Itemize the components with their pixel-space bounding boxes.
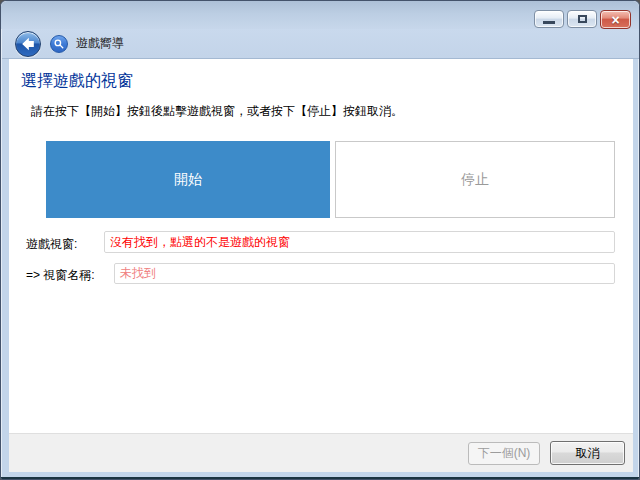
title-bar[interactable]: × xyxy=(1,1,639,29)
close-button[interactable]: × xyxy=(600,10,631,29)
start-button[interactable]: 開始 xyxy=(46,141,330,218)
cancel-button[interactable]: 取消 xyxy=(550,441,625,465)
magnifier-icon xyxy=(50,35,68,53)
back-arrow-icon xyxy=(18,34,38,54)
window-controls: × xyxy=(534,10,631,29)
game-window-field[interactable]: 沒有找到，點選的不是遊戲的視窗 xyxy=(104,231,615,253)
wizard-window: × 遊戲嚮導 選擇遊戲的視窗 請在按下【開始】按鈕後點擊遊戲視窗，或者按下【停止… xyxy=(0,0,640,480)
back-button[interactable] xyxy=(15,31,41,57)
stop-button[interactable]: 停止 xyxy=(335,141,615,218)
window-name-field[interactable]: 未找到 xyxy=(114,263,615,284)
footer-bar: 下一個(N) 取消 xyxy=(9,433,633,472)
nav-bar: 遊戲嚮導 xyxy=(2,29,640,59)
close-icon: × xyxy=(611,13,619,27)
section-heading: 選擇遊戲的視窗 xyxy=(21,71,133,92)
main-content: 選擇遊戲的視窗 請在按下【開始】按鈕後點擊遊戲視窗，或者按下【停止】按鈕取消。 … xyxy=(9,59,633,433)
maximize-button[interactable] xyxy=(567,10,597,28)
instruction-text: 請在按下【開始】按鈕後點擊遊戲視窗，或者按下【停止】按鈕取消。 xyxy=(31,103,403,120)
next-button[interactable]: 下一個(N) xyxy=(468,442,540,465)
game-window-label: 遊戲視窗: xyxy=(26,236,77,253)
minimize-button[interactable] xyxy=(534,10,564,28)
window-bottom-edge xyxy=(1,477,639,479)
minimize-icon xyxy=(543,21,555,24)
maximize-icon xyxy=(578,15,587,23)
window-name-label: => 視窗名稱: xyxy=(26,267,95,284)
page-title: 遊戲嚮導 xyxy=(76,35,124,52)
